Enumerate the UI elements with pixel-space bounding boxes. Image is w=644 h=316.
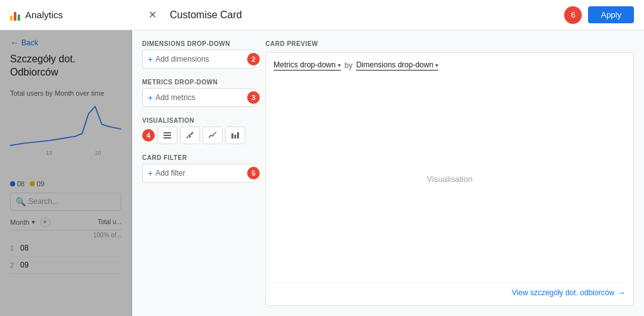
vis-buttons bbox=[157, 127, 245, 144]
vis-placeholder: Visualisation bbox=[427, 174, 473, 184]
svg-rect-5 bbox=[164, 137, 171, 138]
vis-row: 4 bbox=[142, 127, 255, 144]
metrics-input-text: Add metrics bbox=[155, 93, 250, 102]
metrics-input[interactable]: + Add metrics 3 bbox=[142, 88, 255, 107]
metrics-dropdown-arrow-icon: ▾ bbox=[338, 62, 341, 69]
svg-rect-4 bbox=[164, 135, 171, 136]
filter-label: CARD FILTER bbox=[142, 154, 255, 161]
app-logo: Analytics bbox=[10, 9, 63, 21]
metrics-step-badge: 3 bbox=[247, 91, 260, 104]
dimensions-dropdown-arrow-icon: ▾ bbox=[435, 62, 438, 69]
by-label: by bbox=[345, 61, 353, 70]
app-name: Analytics bbox=[25, 9, 63, 20]
modal-title: Customise Card bbox=[170, 9, 564, 21]
bar-chart-icon bbox=[10, 9, 20, 21]
svg-point-10 bbox=[189, 136, 191, 138]
main-layout: ← Back Szczegóły dot. Odbiorców Total us… bbox=[0, 30, 644, 316]
filter-step-badge: 5 bbox=[247, 167, 260, 179]
filter-input[interactable]: + Add filter 5 bbox=[142, 164, 255, 183]
dimensions-dropdown[interactable]: Dimensions drop-down ▾ bbox=[356, 60, 438, 71]
svg-rect-11 bbox=[231, 133, 233, 138]
svg-point-6 bbox=[187, 137, 189, 138]
preview-header: Metrics drop-down ▾ by Dimensions drop-d… bbox=[274, 60, 626, 71]
filter-input-text: Add filter bbox=[155, 169, 250, 178]
card-preview-panel: CARD PREVIEW Metrics drop-down ▾ by Dime… bbox=[265, 40, 634, 306]
card-preview-label: CARD PREVIEW bbox=[265, 40, 634, 47]
plus-icon-dimensions: + bbox=[148, 54, 153, 64]
svg-rect-3 bbox=[164, 132, 171, 133]
modal-close-button[interactable]: ✕ bbox=[142, 5, 162, 25]
svg-point-9 bbox=[192, 132, 194, 134]
bar-vis-btn[interactable] bbox=[225, 127, 245, 144]
dimensions-input[interactable]: + Add dimensions 2 bbox=[142, 50, 255, 69]
visualisation-label: VISUALISATION bbox=[142, 117, 255, 124]
filter-section: CARD FILTER + Add filter 5 bbox=[142, 154, 255, 183]
customise-card-modal: ✕ Customise Card 6 Apply DIMENSIONS DROP… bbox=[132, 0, 644, 316]
plus-icon-filter: + bbox=[148, 168, 153, 178]
metrics-dropdown-label: Metrics drop-down bbox=[274, 60, 336, 69]
line-vis-btn[interactable] bbox=[203, 127, 223, 144]
scatter-vis-btn[interactable] bbox=[180, 127, 200, 144]
dimensions-section: DIMENSIONS DROP-DOWN + Add dimensions 2 bbox=[142, 40, 255, 69]
table-vis-btn[interactable] bbox=[157, 127, 177, 144]
modal-body: DIMENSIONS DROP-DOWN + Add dimensions 2 … bbox=[132, 30, 644, 316]
card-preview-box: Metrics drop-down ▾ by Dimensions drop-d… bbox=[265, 52, 634, 306]
plus-icon-metrics: + bbox=[148, 93, 153, 103]
apply-button[interactable]: Apply bbox=[588, 6, 634, 23]
dimensions-label: DIMENSIONS DROP-DOWN bbox=[142, 40, 255, 47]
metrics-dropdown[interactable]: Metrics drop-down ▾ bbox=[274, 60, 341, 71]
svg-rect-13 bbox=[237, 132, 239, 138]
svg-rect-12 bbox=[235, 135, 236, 138]
preview-vis-area: Visualisation bbox=[274, 76, 626, 282]
dimensions-input-text: Add dimensions bbox=[155, 55, 250, 64]
arrow-right-icon: → bbox=[617, 288, 626, 298]
metrics-label: METRICS DROP-DOWN bbox=[142, 79, 255, 86]
metrics-section: METRICS DROP-DOWN + Add metrics 3 bbox=[142, 79, 255, 107]
visualisation-section: VISUALISATION 4 bbox=[142, 117, 255, 144]
modal-header: ✕ Customise Card 6 Apply bbox=[132, 0, 644, 30]
footer-link-text: View szczegóły dot. odbiorców bbox=[512, 288, 614, 297]
dimensions-step-badge: 2 bbox=[247, 53, 260, 65]
config-panel: DIMENSIONS DROP-DOWN + Add dimensions 2 … bbox=[142, 40, 255, 306]
vis-step-badge: 4 bbox=[142, 129, 155, 142]
preview-footer[interactable]: View szczegóły dot. odbiorców → bbox=[274, 282, 626, 298]
user-avatar: 6 bbox=[564, 6, 582, 24]
dimensions-dropdown-label: Dimensions drop-down bbox=[356, 60, 433, 69]
